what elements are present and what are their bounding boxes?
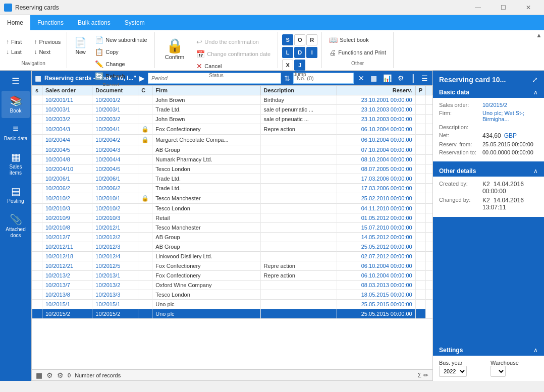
- bus-year-select[interactable]: 2022: [439, 366, 467, 377]
- sales-order-label: Sales order:: [439, 102, 479, 108]
- confirm-label: Status: [159, 73, 274, 78]
- status-d-button[interactable]: D: [294, 47, 305, 58]
- table-row[interactable]: 10/2004/310/2004/1🔒Fox ConfectioneryRepr…: [32, 124, 432, 135]
- col-description[interactable]: Description: [260, 86, 337, 95]
- left-sidebar: ☰ 📚 Book ≡ Basic data ▦ Sales items ▤ Po…: [0, 71, 31, 381]
- table-row[interactable]: 10/2012/1810/2012/4Linkwood Distillery L…: [32, 252, 432, 261]
- change-confirmation-date-button[interactable]: 📅 Change confirmation date: [193, 48, 274, 60]
- sidebar-item-sales-items[interactable]: ▦ Sales items: [2, 147, 30, 180]
- table-row[interactable]: 10/2004/1010/2004/5Tesco London08.07.200…: [32, 164, 432, 174]
- clear-search-button[interactable]: ✕: [357, 74, 366, 82]
- undo-confirmation-button[interactable]: ↩ Undo the confirmation: [193, 36, 274, 47]
- select-book-button[interactable]: 📖 Select book: [326, 34, 389, 45]
- copy-button[interactable]: 📋 Copy: [92, 46, 150, 58]
- refresh-button[interactable]: 🔄 Refresh: [92, 71, 150, 82]
- sidebar-item-basic-data[interactable]: ≡ Basic data: [2, 119, 30, 146]
- new-button[interactable]: 📄 New: [71, 34, 90, 57]
- confirm-button[interactable]: 🔒 Confirm: [159, 34, 191, 63]
- cell-p: [415, 300, 425, 309]
- menu-button[interactable]: ☰: [420, 74, 429, 82]
- minimize-button[interactable]: —: [466, 0, 489, 15]
- change-button[interactable]: ✏️ Change: [92, 59, 150, 70]
- table-row[interactable]: 10/2010/810/2012/1Tesco Manchester15.07.…: [32, 223, 432, 233]
- cell-description: [260, 252, 337, 261]
- other-details-title: Other details: [439, 167, 476, 175]
- col-firm[interactable]: Firm: [152, 86, 260, 95]
- table-row[interactable]: 10/2010/910/2010/3Retail01.05.2012 00:00…: [32, 213, 432, 223]
- table-row[interactable]: 10/2013/810/2013/3Tesco London18.05.2015…: [32, 290, 432, 300]
- functions-print-button[interactable]: 🖨 Functions and Print: [326, 47, 389, 58]
- config-icon[interactable]: ⚙: [57, 371, 64, 379]
- cell-s: [32, 281, 42, 290]
- cell-document: 10/2004/3: [92, 145, 138, 155]
- status-r-button[interactable]: R: [306, 34, 317, 45]
- filter-icon[interactable]: ⚙: [46, 371, 53, 379]
- table-row[interactable]: 10/2006/110/2006/1Trade Ltd.17.03.2006 0…: [32, 174, 432, 184]
- cell-sales-order: 10/2001/11: [42, 95, 92, 105]
- table-row[interactable]: 10/2012/1110/2012/3AB Group25.05.2012 00…: [32, 242, 432, 252]
- table-row[interactable]: 10/2003/210/2003/2John Brownsale of pneu…: [32, 115, 432, 124]
- sidebar-item-book[interactable]: 📚 Book: [2, 91, 30, 118]
- status-o-button[interactable]: O: [294, 34, 305, 45]
- table-row[interactable]: 10/2010/310/2010/2Tesco London04.11.2010…: [32, 204, 432, 213]
- sigma-icon[interactable]: Σ: [418, 372, 421, 379]
- status-x-button[interactable]: X: [282, 60, 293, 71]
- table-row[interactable]: 10/2012/2110/2012/5Fox ConfectioneryRepr…: [32, 261, 432, 271]
- column-button[interactable]: ║: [409, 74, 417, 82]
- sidebar-menu-button[interactable]: ☰: [2, 73, 30, 90]
- previous-button[interactable]: ↑ Previous: [32, 37, 63, 46]
- ribbon-collapse-button[interactable]: ▲: [534, 30, 544, 40]
- table-row[interactable]: 10/2013/710/2013/2Oxford Wine Company08.…: [32, 281, 432, 290]
- table-row[interactable]: 10/2004/410/2004/2🔒Margaret Chocolate Co…: [32, 135, 432, 145]
- table-row[interactable]: 10/2004/810/2004/4Numark Pharmacy Ltd.08…: [32, 155, 432, 164]
- col-reserv[interactable]: Reserv.: [337, 86, 415, 95]
- table-row[interactable]: 10/2001/1110/2001/2John BrownBirthday23.…: [32, 95, 432, 105]
- chart-button[interactable]: 📊: [382, 74, 393, 82]
- grid-icon[interactable]: ▦: [36, 371, 42, 379]
- last-button[interactable]: ↓ Last: [4, 47, 24, 57]
- new-subordinate-button[interactable]: 📄 New subordinate: [92, 34, 150, 45]
- settings-button[interactable]: ⚙: [396, 74, 406, 82]
- col-sales-order[interactable]: Sales order: [42, 86, 92, 95]
- status-s-button[interactable]: S: [282, 34, 293, 45]
- menu-tab-functions[interactable]: Functions: [30, 15, 71, 30]
- col-document[interactable]: Document: [92, 86, 138, 95]
- close-button[interactable]: ✕: [517, 0, 540, 15]
- net-value: 434,60 GBP: [482, 132, 517, 139]
- cell-sales-order: 10/2003/2: [42, 115, 92, 124]
- status-l-button[interactable]: L: [282, 47, 293, 58]
- status-buttons: S O R L D I X J: [282, 34, 317, 71]
- cell-sales-order: 10/2012/11: [42, 242, 92, 252]
- menu-tab-home[interactable]: Home: [0, 15, 30, 30]
- table-row[interactable]: 10/2003/110/2003/1Trade Ltd.sale of penu…: [32, 105, 432, 115]
- table-row[interactable]: 10/2010/210/2010/1🔒Tesco Manchester25.02…: [32, 193, 432, 204]
- table-row[interactable]: 10/2012/710/2012/2AB Group14.05.2012 00:…: [32, 233, 432, 242]
- warehouse-select[interactable]: [491, 366, 506, 377]
- first-button[interactable]: ↑ First: [4, 37, 24, 46]
- sidebar-item-posting[interactable]: ▤ Posting: [2, 181, 30, 208]
- table-row[interactable]: 10/2015/210/2015/2Uno plc25.05.2015 00:0…: [32, 309, 432, 319]
- other-details-chevron[interactable]: ∧: [533, 167, 538, 175]
- cell-document: 10/2010/1: [92, 193, 138, 204]
- basic-data-chevron[interactable]: ∧: [533, 89, 538, 96]
- status-j-button[interactable]: J: [294, 60, 305, 71]
- maximize-button[interactable]: ☐: [492, 0, 515, 15]
- menu-tab-system[interactable]: System: [118, 15, 152, 30]
- settings-chevron[interactable]: ∧: [533, 347, 538, 354]
- status-i-button[interactable]: I: [306, 47, 317, 58]
- edit-icon[interactable]: ✏: [423, 372, 428, 379]
- cell-reserv: 25.02.2010 00:00:00: [337, 193, 415, 204]
- col-scroll-spacer: [426, 86, 432, 95]
- sidebar-item-attached-docs[interactable]: 📎 Attached docs: [2, 209, 30, 243]
- grid-view-button[interactable]: ▦: [369, 74, 378, 82]
- next-button[interactable]: ↓ Next: [32, 47, 63, 57]
- table-row[interactable]: 10/2013/210/2013/1Fox ConfectioneryRepre…: [32, 271, 432, 281]
- net-row: Net: 434,60 GBP: [439, 132, 538, 139]
- panel-expand-button[interactable]: ⤢: [532, 76, 538, 84]
- table-row[interactable]: 10/2006/210/2006/2Trade Ltd.17.03.2006 0…: [32, 184, 432, 193]
- table-row[interactable]: 10/2015/110/2015/1Uno plc25.05.2015 00:0…: [32, 300, 432, 309]
- menu-tab-bulk-actions[interactable]: Bulk actions: [71, 15, 118, 30]
- cancel-button[interactable]: ✕ Cancel: [193, 61, 274, 72]
- table-row[interactable]: 10/2004/510/2004/3AB Group07.10.2004 00:…: [32, 145, 432, 155]
- cell-document: 10/2012/5: [92, 261, 138, 271]
